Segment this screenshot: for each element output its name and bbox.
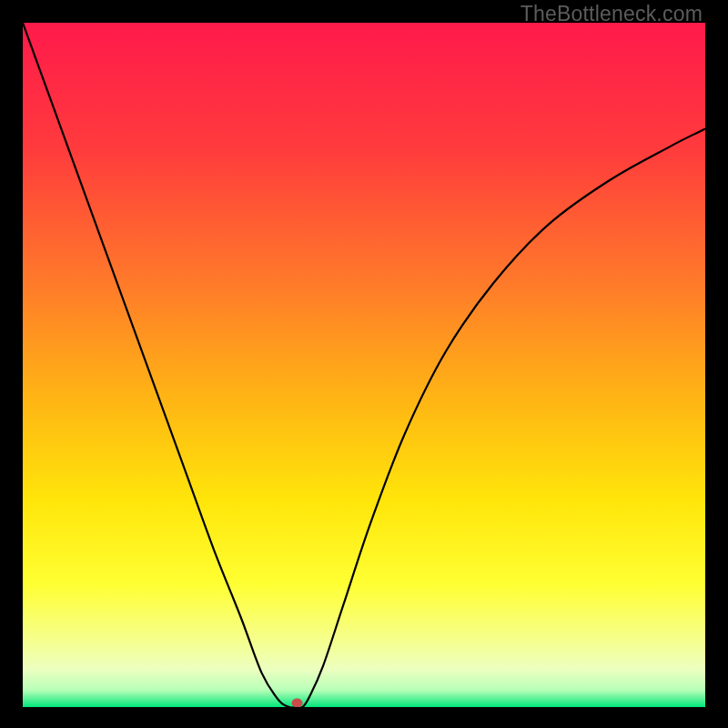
gradient-background: [23, 23, 705, 707]
chart-frame: TheBottleneck.com: [0, 0, 728, 728]
watermark-text: TheBottleneck.com: [521, 2, 703, 26]
chart-svg: [23, 23, 705, 707]
plot-area: [23, 23, 705, 707]
